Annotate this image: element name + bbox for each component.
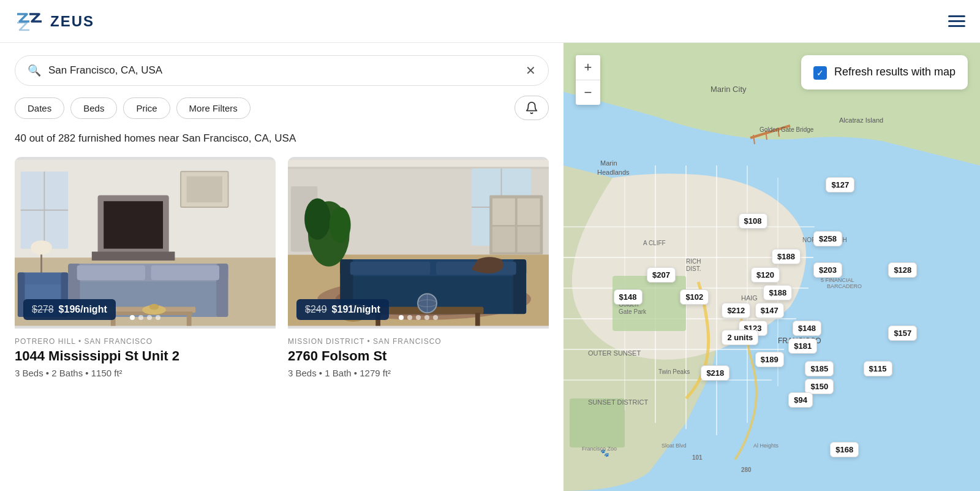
price-marker[interactable]: $127 [826, 177, 854, 192]
listing-card-2[interactable]: $249 $191/night MISSION DISTRICT • SAN F… [288, 157, 549, 378]
price-badge-2: $249 $191/night [296, 299, 389, 320]
main-layout: 🔍 ✕ Dates Beds Price More Filters 40 out… [0, 43, 980, 491]
price-marker[interactable]: $185 [805, 361, 834, 376]
listing-details-1: 3 Beds • 2 Baths • 1150 ft² [15, 368, 276, 378]
svg-rect-56 [475, 313, 480, 325]
price-marker[interactable]: $258 [813, 231, 842, 246]
logo-text: ZEUS [50, 13, 94, 30]
zeus-logo-icon [15, 9, 44, 34]
zoom-out-button[interactable]: − [576, 80, 600, 105]
left-panel: 🔍 ✕ Dates Beds Price More Filters 40 out… [0, 43, 564, 491]
price-marker[interactable]: $218 [701, 365, 729, 381]
listing-title-2: 2760 Folsom St [288, 348, 549, 364]
price-marker[interactable]: $102 [680, 289, 709, 305]
results-count: 40 out of 282 furnished homes near San F… [15, 132, 549, 145]
svg-point-44 [304, 198, 331, 240]
price-marker[interactable]: $188 [772, 249, 801, 264]
price-marker[interactable]: $148 [614, 289, 643, 305]
svg-rect-19 [18, 272, 68, 284]
price-badge-1: $278 $196/night [23, 299, 116, 320]
listing-info-1: POTRERO HILL • SAN FRANCISCO 1044 Missis… [15, 329, 276, 378]
dot-1-3[interactable] [147, 315, 152, 320]
dates-filter-button[interactable]: Dates [15, 97, 64, 119]
dot-1-2[interactable] [138, 315, 143, 320]
map-zoom-controls: + − [576, 55, 600, 105]
price-marker[interactable]: $128 [888, 262, 917, 278]
svg-point-11 [31, 240, 52, 254]
header: ZEUS [0, 0, 980, 43]
dot-2-2[interactable] [407, 315, 412, 320]
price-marker[interactable]: $94 [788, 392, 813, 408]
carousel-dots-1 [130, 315, 160, 320]
neighborhood-2: MISSION DISTRICT • SAN FRANCISCO [288, 337, 549, 346]
price-marker[interactable]: $203 [813, 262, 842, 278]
dot-2-1[interactable] [399, 315, 404, 320]
svg-rect-30 [288, 159, 549, 167]
dot-1-1[interactable] [130, 315, 135, 320]
svg-point-27 [149, 304, 159, 310]
svg-point-45 [330, 207, 351, 243]
neighborhood-1: POTRERO HILL • SAN FRANCISCO [15, 337, 276, 346]
price-marker[interactable]: $108 [739, 213, 767, 229]
markers-container: $108 $127 $258 $207 $188 $120 $203 $128 … [564, 43, 980, 491]
price-marker[interactable]: $207 [647, 267, 676, 283]
price-marker[interactable]: 2 units [722, 330, 758, 345]
beds-filter-button[interactable]: Beds [70, 97, 117, 119]
carousel-dots-2 [399, 315, 438, 320]
search-input[interactable] [48, 64, 526, 77]
svg-rect-39 [518, 227, 540, 253]
current-price-1: $196/night [59, 304, 107, 315]
listing-details-2: 3 Beds • 1 Bath • 1279 ft² [288, 368, 549, 378]
listings-grid: $278 $196/night POTRERO HILL • SAN FRANC… [15, 157, 549, 378]
price-marker[interactable]: $212 [722, 303, 750, 318]
filters-row: Dates Beds Price More Filters [15, 96, 549, 120]
svg-rect-7 [92, 252, 175, 261]
svg-rect-38 [492, 227, 515, 253]
bell-icon [525, 101, 538, 115]
original-price-1: $278 [32, 304, 54, 315]
hamburger-menu-button[interactable] [948, 15, 965, 27]
price-marker[interactable]: $147 [755, 303, 784, 318]
refresh-results-label: Refresh results with map [834, 65, 956, 79]
price-marker[interactable]: $189 [755, 352, 784, 367]
price-marker[interactable]: $188 [763, 285, 792, 300]
price-marker[interactable]: $115 [864, 361, 892, 376]
price-filter-button[interactable]: Price [123, 97, 170, 119]
dot-2-5[interactable] [433, 315, 438, 320]
more-filters-button[interactable]: More Filters [176, 97, 251, 119]
refresh-results-panel[interactable]: ✓ Refresh results with map [801, 55, 968, 89]
logo-area: ZEUS [15, 9, 94, 34]
map-container[interactable]: Marin City Marin Headlands Alcatraz Isla… [564, 43, 980, 491]
search-icon: 🔍 [28, 64, 41, 77]
svg-rect-9 [187, 177, 222, 203]
svg-rect-6 [104, 201, 163, 248]
check-icon: ✓ [816, 68, 824, 78]
current-price-2: $191/night [332, 304, 380, 315]
listing-image-2: $249 $191/night [288, 157, 549, 329]
listing-card-1[interactable]: $278 $196/night POTRERO HILL • SAN FRANC… [15, 157, 276, 378]
price-marker[interactable]: $181 [788, 338, 817, 354]
svg-rect-36 [492, 198, 515, 225]
svg-rect-37 [518, 198, 540, 225]
svg-rect-17 [151, 265, 219, 280]
price-marker[interactable]: $148 [793, 321, 821, 336]
svg-rect-25 [187, 313, 192, 325]
price-marker[interactable]: $157 [888, 325, 917, 341]
listing-info-2: MISSION DISTRICT • SAN FRANCISCO 2760 Fo… [288, 329, 549, 378]
search-bar[interactable]: 🔍 ✕ [15, 55, 549, 86]
price-marker[interactable]: $168 [830, 442, 859, 457]
dot-2-4[interactable] [424, 315, 429, 320]
svg-rect-16 [77, 265, 145, 280]
listing-title-1: 1044 Mississippi St Unit 2 [15, 348, 276, 364]
listing-image-1: $278 $196/night [15, 157, 276, 329]
zoom-in-button[interactable]: + [576, 55, 600, 80]
refresh-checkbox[interactable]: ✓ [813, 66, 827, 80]
svg-rect-52 [350, 262, 431, 275]
price-marker[interactable]: $120 [751, 267, 780, 283]
original-price-2: $249 [305, 304, 327, 315]
map-panel[interactable]: Marin City Marin Headlands Alcatraz Isla… [564, 43, 980, 491]
alert-bell-button[interactable] [514, 96, 549, 120]
dot-1-4[interactable] [156, 315, 160, 320]
dot-2-3[interactable] [416, 315, 421, 320]
clear-search-button[interactable]: ✕ [526, 63, 536, 78]
